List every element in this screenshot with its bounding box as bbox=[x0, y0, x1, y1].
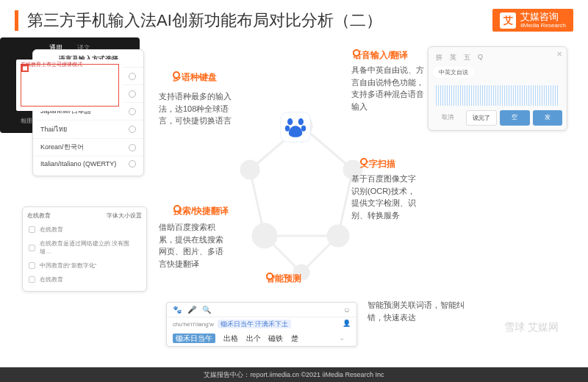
waveform-icon bbox=[436, 85, 559, 106]
checkbox-icon[interactable] bbox=[29, 226, 35, 233]
desc-ocr: 基于百度图像文字识别(OCR)技术，提供文字检测、识别、转换服务 bbox=[351, 173, 419, 221]
lang-row[interactable]: Italian/Italiano (QWERTY) bbox=[33, 156, 143, 171]
candidate[interactable]: 出个 bbox=[246, 334, 261, 342]
candidate[interactable]: 出格 bbox=[223, 334, 238, 342]
desc-voice: 具备中英自由说、方言自由说特色功能，支持多语种混合语音输入 bbox=[351, 64, 425, 112]
candidate-row: 锄禾日当午 出格 出个 磁铁 楚 ⌄ bbox=[167, 331, 356, 346]
candidate[interactable]: 楚 bbox=[291, 334, 298, 342]
list-item[interactable]: 中国教育的"新数字化" bbox=[27, 259, 142, 273]
feature-voice: 语音输入/翻译 bbox=[353, 49, 408, 62]
svg-point-15 bbox=[298, 118, 304, 125]
voice-mode-pill[interactable]: 中英文自说 bbox=[433, 67, 474, 78]
checkbox-icon[interactable] bbox=[29, 262, 35, 269]
mode-tab[interactable]: Q bbox=[478, 53, 483, 62]
candidate[interactable]: 磁铁 bbox=[268, 334, 283, 342]
mode-tab[interactable]: 拼 bbox=[436, 53, 442, 62]
checkbox-icon[interactable] bbox=[29, 276, 35, 283]
svg-point-16 bbox=[285, 126, 290, 131]
mode-tab[interactable]: 五 bbox=[464, 53, 470, 62]
accent-bar bbox=[15, 10, 18, 31]
search-icon[interactable]: 🔍 bbox=[202, 306, 211, 314]
radio-icon[interactable] bbox=[129, 90, 136, 98]
feature-ocr: 文字扫描 bbox=[360, 158, 395, 170]
list-item[interactable]: 在线教育 bbox=[27, 273, 142, 286]
list-item[interactable]: 在线教育是通过网络建立的 没有围墙… bbox=[27, 237, 142, 259]
feature-search: 搜索/快捷翻译 bbox=[173, 205, 229, 217]
ime-candidate-panel: 🐾 🎤 🔍 ☺ chu'he'ri'dang'w 锄禾日当午 汗滴禾下土 👤 锄… bbox=[166, 302, 357, 347]
voice-input-panel: ✕ 拼 英 五 Q 中英文自说 取消 说完了 空 发 bbox=[428, 46, 567, 131]
watermark: 雪球 艾媒网 bbox=[504, 321, 559, 334]
mode-tab[interactable]: 英 bbox=[450, 53, 456, 62]
user-icon[interactable]: 👤 bbox=[343, 320, 351, 327]
chevron-down-icon[interactable]: ⌄ bbox=[339, 334, 345, 342]
desc-predict: 智能预测关联词语，智能纠错，快速表达 bbox=[368, 299, 478, 323]
svg-line-11 bbox=[265, 236, 301, 273]
lang-row[interactable]: Thai/ไทย bbox=[33, 120, 143, 139]
desc-multilang: 支持语种最多的输入法，达108种全球语言，可快捷切换语言 bbox=[159, 90, 232, 127]
list-item[interactable]: 在线教育 bbox=[27, 223, 142, 237]
svg-line-12 bbox=[301, 236, 338, 273]
radio-icon[interactable] bbox=[129, 126, 136, 133]
radio-icon[interactable] bbox=[129, 108, 136, 115]
radio-icon[interactable] bbox=[129, 144, 136, 151]
baidu-logo-icon bbox=[279, 111, 312, 143]
scan-frame: 在线教育上市公司授课模式 bbox=[16, 60, 123, 111]
baidu-mini-icon: 🐾 bbox=[173, 306, 182, 314]
brand-icon: 艾 bbox=[500, 12, 516, 29]
done-button[interactable]: 说完了 bbox=[466, 110, 498, 126]
action-button[interactable]: 空 bbox=[500, 110, 530, 126]
lang-row[interactable]: Korean/한국어 bbox=[33, 139, 143, 156]
feature-multilang: 多语种键盘 bbox=[173, 71, 217, 84]
cancel-button[interactable]: 取消 bbox=[433, 110, 463, 126]
candidate[interactable]: 锄禾日当午 bbox=[173, 334, 215, 343]
album-button[interactable]: 相册 bbox=[21, 117, 32, 125]
page-title: 第三方手机输入法AI创新功能布局对比分析（二） bbox=[27, 10, 492, 32]
action-button[interactable]: 发 bbox=[533, 110, 563, 126]
mic-icon[interactable]: 🎤 bbox=[187, 306, 196, 314]
feature-predict: 智能预测 bbox=[266, 273, 301, 285]
radio-icon[interactable] bbox=[129, 160, 136, 167]
radio-icon[interactable] bbox=[129, 73, 136, 80]
pinyin-input: chu'he'ri'dang'w bbox=[173, 321, 214, 328]
checkbox-icon[interactable] bbox=[29, 245, 35, 251]
desc-search: 借助百度搜索积累，提供在线搜索网页、图片、多语言快捷翻译 bbox=[159, 221, 229, 270]
svg-line-9 bbox=[338, 170, 353, 236]
prediction-hint[interactable]: 锄禾日当午 汗滴禾下土 bbox=[218, 320, 292, 328]
close-icon[interactable]: ✕ bbox=[556, 50, 562, 58]
emoji-icon[interactable]: ☺ bbox=[343, 306, 351, 314]
brand-logo: 艾 艾媒咨询 iiMedia Research bbox=[492, 9, 573, 32]
search-settings-panel: 在线教育字体大小设置 在线教育 在线教育是通过网络建立的 没有围墙… 中国教育的… bbox=[22, 206, 147, 292]
svg-point-14 bbox=[287, 118, 293, 125]
svg-point-17 bbox=[301, 126, 306, 131]
footer: 艾媒报告中心：report.iimedia.cn ©2021 iiMedia R… bbox=[0, 367, 588, 382]
